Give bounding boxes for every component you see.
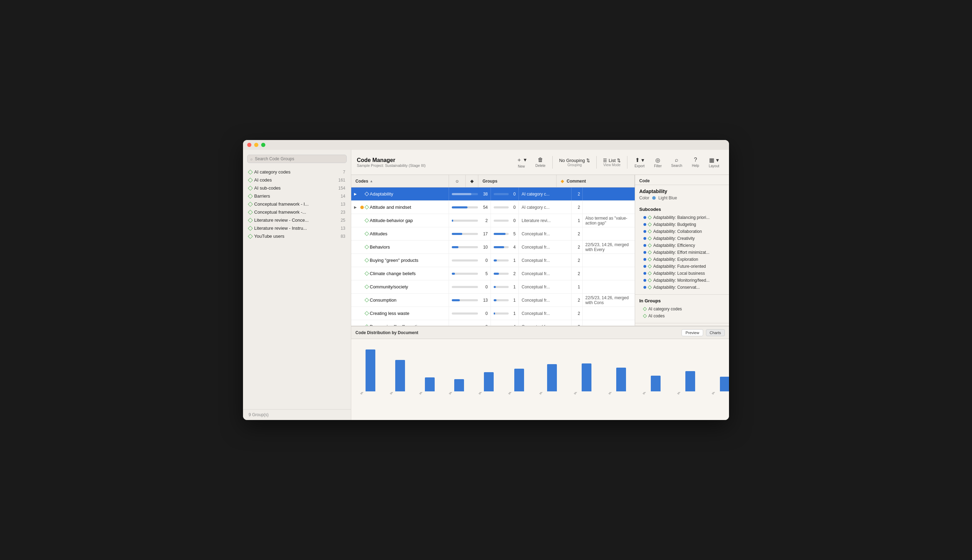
bar1-bg [452, 299, 478, 301]
chart-bar [582, 363, 592, 392]
chart-label: Interview – Layperson 2 [573, 392, 591, 395]
sidebar-item[interactable]: AI category codes 7 [243, 168, 351, 176]
chart-bar-group: Interview – Expert 7 [475, 372, 503, 420]
group-item[interactable]: AI codes [639, 312, 725, 320]
diamond-icon [248, 233, 253, 238]
subcode-item[interactable]: Adaptability: Monitoring/feed... [639, 277, 725, 284]
table-row[interactable]: Climate change beliefs 5 2 Conceptual fr… [351, 267, 635, 280]
sc-dot [644, 265, 646, 268]
sidebar-item[interactable]: AI sub-codes 154 [243, 184, 351, 192]
subcode-item[interactable]: Adaptability: Conservat... [639, 284, 725, 291]
row-bar2-area: 1 [491, 293, 519, 307]
sidebar-item[interactable]: Literature review - Instru... 13 [243, 224, 351, 232]
table-row[interactable]: ▶ Adaptability 38 0 AI category c... 2 [351, 187, 635, 201]
chart-bar-group: Interview – Layperson 7 [639, 376, 672, 420]
separator-3 [627, 156, 627, 168]
sidebar-item[interactable]: Barriers 14 [243, 192, 351, 200]
close-button[interactable] [247, 143, 252, 147]
layout-button[interactable]: ▦ ▾ Layout [705, 155, 724, 170]
chart-bar-group: Interview – Layperson 9 [709, 377, 729, 420]
subcode-item[interactable]: Adaptability: Future-oriented [639, 263, 725, 270]
sidebar-item-label: Conceptual framework - I... [254, 202, 338, 207]
expand-icon[interactable]: ▶ [354, 192, 359, 196]
row-bar2-area: 1 [491, 254, 519, 267]
bar2-bg [494, 220, 509, 222]
row-comment [583, 254, 635, 267]
subcode-item[interactable]: Adaptability: Budgeting [639, 221, 725, 228]
sidebar-item[interactable]: Conceptual framework - I... 13 [243, 200, 351, 208]
preview-button[interactable]: Preview [682, 329, 703, 336]
expand-icon[interactable]: ▶ [354, 205, 359, 209]
subcode-item[interactable]: Adaptability: Efficiency [639, 242, 725, 249]
table-body: ▶ Adaptability 38 0 AI category c... 2 ▶… [351, 187, 635, 326]
sc-diamond [648, 215, 652, 219]
bar1-fill [452, 193, 471, 195]
row-comment-num: 2 [572, 293, 583, 307]
table-row[interactable]: Creating less waste 0 1 Conceptual fr...… [351, 307, 635, 320]
row-comment [583, 227, 635, 240]
subcode-item[interactable]: Adaptability: Creativity [639, 235, 725, 242]
table-row[interactable]: Behaviors 10 4 Conceptual fr... 2 22/5/2… [351, 240, 635, 254]
group-item[interactable]: AI category codes [639, 305, 725, 312]
col-icon1: ☺ [449, 175, 466, 187]
grouping-control[interactable]: No Grouping ⇅ Grouping [555, 157, 594, 168]
sidebar-item-label: AI sub-codes [254, 185, 336, 191]
subcode-item[interactable]: Adaptability: Collaboration [639, 228, 725, 235]
table-row[interactable]: Buying "green" products 0 1 Conceptual f… [351, 254, 635, 267]
subcode-item[interactable]: Adaptability: Balancing priori... [639, 214, 725, 221]
help-button[interactable]: ? Help [687, 155, 704, 170]
chart-bar [425, 377, 435, 392]
bar2-fill [494, 326, 502, 326]
table-row[interactable]: Attitude-behavior gap 2 0 Literature rev… [351, 214, 635, 227]
row-comment-num: 2 [572, 254, 583, 267]
row-name: Attitudes [351, 227, 449, 240]
bar2-fill [494, 286, 496, 288]
group-label: AI category codes [649, 307, 682, 312]
row-groups: AI category c... [519, 201, 572, 214]
charts-button[interactable]: Charts [706, 329, 725, 336]
bar2-count: 1 [510, 258, 516, 263]
export-button[interactable]: ⬆ ▾ Export [630, 155, 649, 170]
sc-diamond [648, 222, 652, 226]
sidebar-item[interactable]: Literature review - Conce... 25 [243, 216, 351, 224]
in-groups-title: In Groups [639, 298, 725, 303]
chart-bar-group: Interview – Layperson 8 [674, 371, 706, 420]
chart-area: Interview – Expert 1 Interview – Expert … [351, 339, 729, 420]
search-button[interactable]: ⌕ Search [667, 155, 687, 170]
sc-diamond [648, 250, 652, 254]
subcode-item[interactable]: Adaptability: Exploration [639, 256, 725, 263]
sidebar: ⌕ AI category codes 7 AI codes 161 AI su… [243, 150, 351, 420]
bar1-count: 0 [479, 258, 488, 263]
sidebar-item[interactable]: AI codes 161 [243, 176, 351, 184]
row-comment-num: 2 [572, 320, 583, 326]
table-row[interactable]: Decreasing "bad" practices 0 4 Conceptua… [351, 320, 635, 326]
bar1-fill [452, 220, 453, 222]
table-row[interactable]: Community/society 0 1 Conceptual fr... 1 [351, 280, 635, 293]
search-input[interactable] [255, 157, 343, 161]
bar1-count: 2 [479, 218, 488, 223]
group-diamond [643, 314, 647, 318]
row-comment-num: 2 [572, 201, 583, 214]
sidebar-item[interactable]: YouTube users 83 [243, 232, 351, 240]
row-comment-num: 2 [572, 240, 583, 253]
fullscreen-button[interactable] [261, 143, 265, 147]
subcode-item[interactable]: Adaptability: Effort minimizat... [639, 249, 725, 256]
bar1-fill [452, 246, 458, 248]
sidebar-footer: 9 Group(s) [243, 409, 351, 420]
table-row[interactable]: Consumption 13 1 Conceptual fr... 2 22/5… [351, 293, 635, 307]
filter-button[interactable]: ◎ Filter [649, 155, 666, 170]
sidebar-item[interactable]: Conceptual framework -... 23 [243, 208, 351, 216]
chart-label-wrap: Interview – Expert 7 [475, 392, 503, 420]
delete-button[interactable]: 🗑 Delete [531, 155, 550, 170]
search-bar[interactable]: ⌕ [247, 155, 347, 163]
subcode-item[interactable]: Adaptability: Local business [639, 270, 725, 277]
minimize-button[interactable] [254, 143, 258, 147]
code-section-title: Code [635, 175, 729, 185]
chart-label-wrap: Interview – Expert 5 [445, 392, 473, 420]
new-button[interactable]: ＋ ▾ New [512, 154, 530, 170]
table-row[interactable]: Attitudes 17 5 Conceptual fr... 2 [351, 227, 635, 240]
row-bar1-area: 38 [449, 187, 491, 200]
sc-diamond [648, 271, 652, 275]
table-row[interactable]: ▶ Attitude and mindset 54 0 AI category … [351, 201, 635, 214]
viewmode-control[interactable]: ☰ List ⇅ View Mode [599, 157, 624, 168]
